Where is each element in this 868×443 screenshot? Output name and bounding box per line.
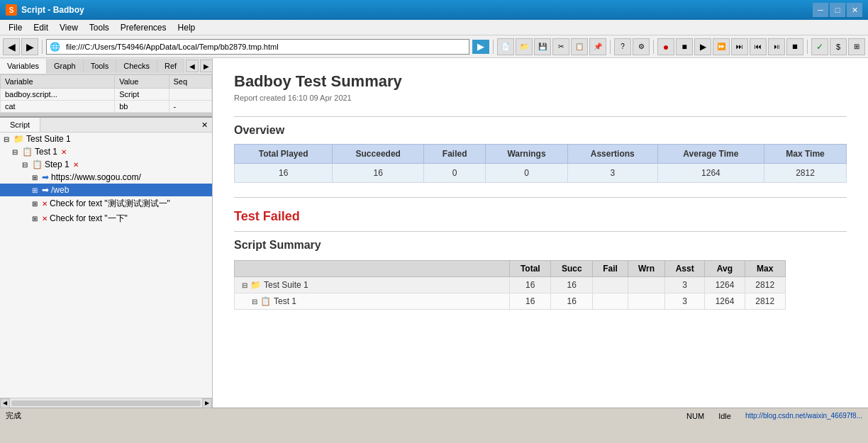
toolbar-separator-5 (807, 40, 808, 54)
sum-suite-wrn (628, 277, 664, 293)
tree-item-test-1[interactable]: ⊟ 📋 Test 1 ✕ (0, 145, 212, 158)
sum-suite-fail (593, 277, 628, 293)
tab-script[interactable]: Script (0, 118, 40, 132)
col-value: Value (115, 75, 169, 89)
menu-preferences[interactable]: Preferences (115, 21, 172, 34)
prev-btn[interactable]: ⏮ (750, 38, 767, 55)
verify-btn[interactable]: ✓ (811, 38, 828, 55)
nav-left-btn[interactable]: ◀ (186, 60, 199, 72)
maximize-button[interactable]: □ (830, 3, 845, 17)
sum-test-avg: 1264 (705, 293, 745, 310)
new-btn[interactable]: 📄 (497, 38, 514, 55)
close-button[interactable]: ✕ (847, 3, 862, 17)
misc-btn[interactable]: ⏹ (786, 38, 803, 55)
overview-data-row: 16 16 0 0 3 1264 2812 (235, 164, 847, 183)
tree-item-check-1[interactable]: ⊞ ✕ Check for text "测试测试测试一" (0, 196, 212, 211)
sogou-label: https://www.sogou.com/ (51, 172, 141, 182)
tab-variables[interactable]: Variables (0, 59, 47, 74)
suite-icon: 📁 (13, 134, 24, 144)
expand-icon-check2[interactable]: ⊞ (30, 215, 40, 223)
expand-icon-suite[interactable]: ⊟ (1, 135, 11, 143)
status-text: 完成 (6, 410, 672, 421)
sum-suite-succ: 16 (551, 277, 593, 293)
grid-btn[interactable]: ⊞ (848, 38, 865, 55)
main-layout: Variables Graph Tools Checks Ref ◀ ▶ ✕ V… (0, 58, 868, 408)
expand-icon-check1[interactable]: ⊞ (30, 200, 40, 208)
variable-row-1[interactable]: badboy.script... Script (1, 89, 212, 101)
help-btn[interactable]: ? (614, 38, 631, 55)
suite-expand-icon: ⊟ (242, 281, 247, 289)
tree-item-check-2[interactable]: ⊞ ✕ Check for text "一下" (0, 211, 212, 226)
tab-ref[interactable]: Ref (157, 59, 184, 73)
test-icon-sum: 📋 (260, 296, 271, 306)
cut-btn[interactable]: ✂ (552, 38, 569, 55)
summary-suite-row: ⊟ 📁 Test Suite 1 16 16 3 1264 2812 (235, 277, 786, 293)
col-assertions: Assertions (567, 145, 657, 164)
script-summary-heading: Script Summary (234, 239, 847, 252)
h-scroll-thumb[interactable] (11, 400, 201, 406)
col-seq: Seq (169, 75, 212, 89)
record-btn[interactable]: ● (657, 38, 674, 55)
settings-btn[interactable]: ⚙ (633, 38, 650, 55)
menu-file[interactable]: File (3, 21, 28, 34)
sum-test-max: 2812 (745, 293, 785, 310)
tree-item-test-suite-1[interactable]: ⊟ 📁 Test Suite 1 (0, 133, 212, 145)
right-panel: Badboy Test Summary Report created 16:10… (213, 58, 868, 408)
address-input[interactable] (63, 40, 466, 54)
save-btn[interactable]: 💾 (534, 38, 551, 55)
val-avg-time: 1264 (657, 164, 764, 183)
h-scrollbar[interactable]: ◀ ▶ (0, 398, 212, 408)
check-label-1: Check for text "测试测试测试一" (50, 198, 170, 210)
step-icon: 📋 (32, 159, 43, 169)
nav-right-btn[interactable]: ▶ (200, 60, 213, 72)
test-fail-icon: ✕ (61, 148, 67, 156)
play-fast-btn[interactable]: ⏩ (713, 38, 730, 55)
tab-checks[interactable]: Checks (116, 59, 157, 73)
divider-2 (234, 197, 847, 198)
back-button[interactable]: ◀ (3, 38, 20, 55)
skip-btn[interactable]: ⏭ (731, 38, 748, 55)
expand-icon-test[interactable]: ⊟ (10, 148, 20, 156)
copy-btn[interactable]: 📋 (571, 38, 588, 55)
sum-test-fail (593, 293, 628, 310)
request-icon-2: ➡ (42, 185, 49, 195)
sum-test-succ: 16 (551, 293, 593, 310)
go-button[interactable]: ▶ (472, 40, 489, 54)
scroll-left-btn[interactable]: ◀ (0, 398, 10, 408)
expand-icon-step[interactable]: ⊟ (20, 161, 30, 169)
tab-tools[interactable]: Tools (84, 59, 117, 73)
dollar-btn[interactable]: $ (830, 38, 847, 55)
menu-help[interactable]: Help (172, 21, 201, 34)
expand-icon-sogou[interactable]: ⊞ (30, 174, 40, 181)
tree-item-web[interactable]: ⊞ ➡ /web (0, 184, 212, 196)
sum-test-asst: 3 (665, 293, 705, 310)
val-max-time: 2812 (764, 164, 847, 183)
tab-graph[interactable]: Graph (47, 59, 84, 73)
menu-edit[interactable]: Edit (28, 21, 54, 34)
check-fail-icon-1: ✕ (42, 200, 48, 208)
tree-item-step-1[interactable]: ⊟ 📋 Step 1 ✕ (0, 158, 212, 171)
play-btn[interactable]: ▶ (694, 38, 711, 55)
val-failed: 0 (424, 164, 486, 183)
scroll-right-btn[interactable]: ▶ (202, 398, 212, 408)
report-content: Badboy Test Summary Report created 16:10… (213, 58, 868, 324)
paste-btn[interactable]: 📌 (589, 38, 606, 55)
menu-view[interactable]: View (54, 21, 84, 34)
variable-row-2[interactable]: cat bb - (1, 101, 212, 113)
expand-icon-web[interactable]: ⊞ (30, 186, 40, 194)
step-btn[interactable]: ⏯ (768, 38, 785, 55)
menu-bar: File Edit View Tools Preferences Help (0, 20, 868, 35)
divider-3 (234, 231, 847, 232)
stop-btn[interactable]: ■ (676, 38, 693, 55)
tree-item-sogou[interactable]: ⊞ ➡ https://www.sogou.com/ (0, 171, 212, 184)
app-icon: S (6, 4, 17, 16)
minimize-button[interactable]: ─ (813, 3, 828, 17)
open-btn[interactable]: 📁 (516, 38, 533, 55)
test-icon: 📋 (22, 147, 33, 157)
script-panel-close-btn[interactable]: ✕ (197, 119, 212, 131)
status-num: NUM (686, 412, 704, 420)
col-total-played: Total Played (235, 145, 333, 164)
menu-tools[interactable]: Tools (84, 21, 115, 34)
forward-button[interactable]: ▶ (21, 38, 38, 55)
sum-suite-max: 2812 (745, 277, 785, 293)
